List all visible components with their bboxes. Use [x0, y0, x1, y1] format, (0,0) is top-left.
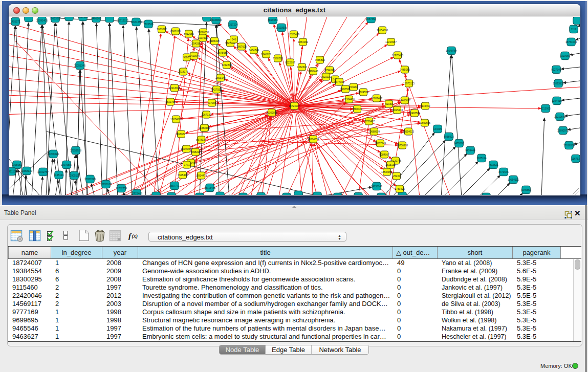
svg-text:7832621: 7832621: [488, 163, 498, 166]
svg-text:2935114: 2935114: [476, 157, 486, 160]
svg-text:6479197: 6479197: [454, 142, 464, 145]
svg-text:17957225: 17957225: [84, 178, 96, 181]
svg-text:15751074: 15751074: [565, 40, 577, 43]
svg-text:11568129: 11568129: [21, 169, 32, 172]
svg-text:20053346: 20053346: [74, 64, 85, 67]
svg-text:8813054: 8813054: [268, 18, 278, 21]
svg-text:8454749: 8454749: [249, 49, 259, 52]
svg-text:1395081: 1395081: [12, 163, 22, 166]
svg-text:1864091: 1864091: [298, 40, 308, 43]
svg-text:8660123: 8660123: [170, 30, 181, 33]
svg-text:10671355: 10671355: [130, 20, 142, 24]
svg-text:18807249: 18807249: [375, 142, 386, 145]
svg-text:1621022: 1621022: [321, 75, 331, 78]
svg-text:9242848: 9242848: [222, 63, 232, 67]
svg-text:10654112: 10654112: [508, 178, 519, 181]
svg-text:12923466: 12923466: [131, 192, 142, 195]
svg-text:3267130: 3267130: [201, 113, 211, 116]
svg-text:9084067: 9084067: [379, 153, 389, 156]
svg-text:16154808: 16154808: [377, 29, 388, 32]
svg-text:25302035: 25302035: [266, 111, 277, 114]
svg-text:8322037: 8322037: [285, 61, 295, 64]
svg-text:10958167: 10958167: [100, 183, 112, 186]
svg-text:12975125: 12975125: [403, 82, 415, 85]
svg-text:12497584: 12497584: [409, 112, 420, 115]
svg-text:12905135: 12905135: [69, 174, 80, 177]
svg-text:9777169: 9777169: [334, 80, 344, 83]
svg-text:2867608: 2867608: [236, 45, 247, 48]
svg-text:25224: 25224: [393, 174, 400, 178]
svg-text:10025433: 10025433: [391, 108, 403, 112]
svg-text:1588520: 1588520: [273, 57, 283, 60]
svg-text:7485063: 7485063: [400, 68, 410, 71]
svg-text:10975887: 10975887: [61, 163, 72, 166]
svg-text:10688609: 10688609: [368, 130, 380, 133]
svg-text:5498222: 5498222: [190, 150, 201, 154]
svg-text:20091406: 20091406: [36, 19, 48, 22]
svg-text:10653267: 10653267: [50, 17, 61, 20]
svg-text:62160: 62160: [385, 102, 393, 105]
svg-text:10973493: 10973493: [392, 54, 403, 57]
svg-text:16654083: 16654083: [170, 118, 182, 121]
svg-text:16033809: 16033809: [210, 18, 222, 21]
svg-text:8427552: 8427552: [211, 88, 222, 91]
svg-text:9474444: 9474444: [465, 149, 475, 152]
svg-text:1244415: 1244415: [552, 99, 562, 102]
svg-text:12942757: 12942757: [37, 170, 49, 173]
svg-text:14463627: 14463627: [399, 99, 410, 102]
svg-text:19756928: 19756928: [397, 144, 408, 147]
svg-text:1405571: 1405571: [10, 20, 20, 23]
svg-text:6794028: 6794028: [324, 69, 335, 72]
svg-text:546: 546: [232, 38, 236, 41]
svg-text:417006: 417006: [208, 101, 216, 104]
svg-text:9215955: 9215955: [540, 107, 551, 110]
svg-text:22420046: 22420046: [188, 54, 200, 57]
svg-text:19166827: 19166827: [176, 133, 187, 136]
svg-text:8938923: 8938923: [444, 135, 454, 138]
svg-text:746266: 746266: [350, 85, 358, 89]
svg-text:15226058: 15226058: [198, 31, 209, 34]
svg-text:9327503: 9327503: [198, 36, 208, 39]
svg-text:6466160: 6466160: [91, 17, 101, 20]
svg-text:116753: 116753: [572, 157, 580, 160]
svg-text:1610755: 1610755: [165, 100, 176, 103]
svg-text:20206526: 20206526: [48, 152, 59, 156]
svg-text:2803144: 2803144: [215, 76, 226, 79]
svg-text:7515526: 7515526: [143, 23, 154, 26]
svg-text:14136141: 14136141: [371, 185, 382, 188]
svg-text:1362615: 1362615: [297, 65, 307, 69]
svg-text:7955812: 7955812: [315, 58, 325, 61]
svg-text:1527602: 1527602: [78, 17, 88, 18]
svg-text:16914479: 16914479: [195, 174, 207, 177]
svg-text:8471676: 8471676: [498, 170, 509, 173]
svg-text:(x): (x): [132, 233, 138, 239]
svg-text:12213967: 12213967: [385, 40, 397, 43]
svg-text:991113: 991113: [9, 170, 15, 173]
svg-text:3624554: 3624554: [358, 91, 368, 94]
svg-text:7386322: 7386322: [352, 107, 362, 111]
svg-text:10699695: 10699695: [419, 121, 430, 124]
svg-text:16648784: 16648784: [446, 49, 457, 52]
svg-text:13654923: 13654923: [403, 130, 414, 133]
svg-text:12213363: 12213363: [169, 86, 180, 90]
svg-text:1112: 1112: [571, 28, 577, 31]
svg-text:144095: 144095: [433, 127, 442, 130]
svg-text:1615132: 1615132: [385, 163, 396, 166]
svg-text:13325419: 13325419: [288, 33, 299, 36]
svg-text:2718176: 2718176: [178, 70, 188, 73]
svg-text:7625402: 7625402: [178, 173, 188, 177]
svg-text:6990443: 6990443: [308, 70, 318, 73]
svg-text:18724007: 18724007: [289, 104, 300, 107]
svg-text:21364436: 21364436: [343, 98, 355, 101]
svg-text:11353594: 11353594: [199, 126, 210, 129]
svg-text:5678334: 5678334: [196, 138, 206, 141]
svg-text:19218506: 19218506: [276, 26, 287, 29]
svg-text:1733426: 1733426: [395, 187, 405, 190]
svg-text:9657771: 9657771: [169, 184, 180, 187]
svg-text:9227343: 9227343: [551, 68, 561, 71]
svg-text:19384554: 19384554: [308, 138, 319, 141]
svg-text:2087652: 2087652: [366, 17, 376, 20]
svg-text:15720407: 15720407: [363, 120, 375, 123]
svg-text:17359928: 17359928: [70, 149, 81, 152]
svg-text:9329966: 9329966: [560, 54, 570, 57]
